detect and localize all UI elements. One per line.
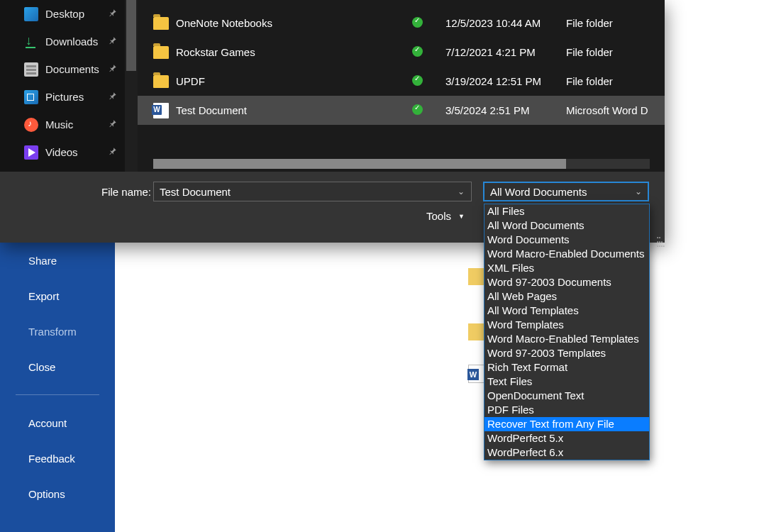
file-type: Microsoft Word D (566, 104, 648, 116)
nav-item-label: Desktop (45, 8, 84, 20)
backstage-item-export[interactable]: Export (0, 278, 115, 314)
folder-icon (153, 46, 169, 59)
dropdown-option[interactable]: Rich Text Format (484, 360, 649, 375)
nav-item-label: Music (45, 118, 73, 131)
dropdown-option[interactable]: Word Documents (484, 233, 649, 247)
file-type: File folder (566, 75, 613, 87)
file-list-hscroll-thumb[interactable] (153, 159, 566, 169)
dropdown-option[interactable]: WordPerfect 6.x (484, 445, 649, 460)
nav-item-label: Documents (45, 63, 99, 75)
sync-check-icon (412, 17, 423, 28)
sync-check-icon (412, 104, 423, 115)
dropdown-option[interactable]: Word Macro-Enabled Templates (484, 332, 649, 346)
nav-item-videos[interactable]: Videos (0, 138, 138, 166)
sync-check-icon (412, 75, 423, 86)
sync-check-icon (412, 46, 423, 57)
pin-icon[interactable] (108, 118, 118, 131)
file-row[interactable]: OneNote Notebooks12/5/2023 10:44 AMFile … (138, 9, 665, 38)
pin-icon[interactable] (108, 91, 118, 103)
file-date: 12/5/2023 10:44 AM (445, 17, 566, 29)
file-date: 3/5/2024 2:51 PM (445, 104, 566, 116)
backstage-item-share[interactable]: Share (0, 243, 115, 278)
dropdown-option[interactable]: Text Files (484, 375, 649, 389)
pin-icon[interactable] (108, 146, 118, 158)
backstage-item-transform[interactable]: Transform (0, 314, 115, 349)
file-status (389, 46, 445, 59)
desktop-icon (24, 7, 38, 21)
pin-icon[interactable] (108, 63, 118, 75)
dropdown-option[interactable]: Word Templates (484, 318, 649, 332)
nav-item-desktop[interactable]: Desktop (0, 0, 138, 28)
file-type: File folder (566, 46, 613, 58)
tools-label: Tools (426, 210, 451, 222)
filename-label: File name: (101, 186, 151, 198)
file-name: Rockstar Games (176, 46, 389, 58)
navigation-pane: DesktopDownloadsDocumentsPicturesMusicVi… (0, 0, 138, 172)
dropdown-option[interactable]: PDF Files (484, 403, 649, 417)
pin-icon[interactable] (108, 8, 118, 20)
music-icon (24, 118, 38, 132)
dropdown-option[interactable]: OpenDocument Text (484, 389, 649, 403)
tools-menu-button[interactable]: Tools ▼ (426, 210, 465, 222)
backstage-item-options[interactable]: Options (0, 476, 115, 511)
chevron-down-icon: ⌄ (635, 187, 642, 196)
file-type-combo[interactable]: All Word Documents ⌄ (483, 182, 649, 201)
folder-icon (153, 17, 169, 30)
nav-item-label: Videos (45, 146, 78, 158)
file-row[interactable]: Rockstar Games7/12/2021 4:21 PMFile fold… (138, 38, 665, 67)
nav-item-documents[interactable]: Documents (0, 55, 138, 83)
file-status (389, 104, 445, 117)
dropdown-option[interactable]: XML Files (484, 261, 649, 275)
file-date: 7/12/2021 4:21 PM (445, 46, 566, 58)
file-date: 3/19/2024 12:51 PM (445, 75, 566, 87)
dropdown-option[interactable]: Recover Text from Any File (484, 417, 649, 431)
file-list: OneNote Notebooks12/5/2023 10:44 AMFile … (138, 0, 665, 172)
dropdown-option[interactable]: All Word Documents (484, 218, 649, 233)
backstage-item-close[interactable]: Close (0, 349, 115, 384)
dropdown-option[interactable]: WordPerfect 5.x (484, 431, 649, 445)
file-name: Test Document (176, 104, 389, 116)
dropdown-option[interactable]: Word 97-2003 Documents (484, 275, 649, 289)
pin-icon[interactable] (108, 35, 118, 48)
triangle-down-icon: ▼ (458, 213, 465, 220)
backstage-item-feedback[interactable]: Feedback (0, 440, 115, 476)
nav-item-label: Pictures (45, 91, 84, 103)
dropdown-option[interactable]: All Files (484, 204, 649, 218)
pictures-icon (24, 90, 38, 104)
resize-grip-icon[interactable]: . .. . .. . . . (656, 233, 663, 245)
nav-item-downloads[interactable]: Downloads (0, 28, 138, 55)
word-document-icon (153, 103, 169, 118)
dropdown-option[interactable]: All Word Templates (484, 304, 649, 318)
file-name: UPDF (176, 75, 389, 87)
documents-icon (24, 62, 38, 77)
downloads-icon (24, 35, 38, 49)
file-status (389, 17, 445, 30)
backstage-divider (16, 394, 99, 395)
nav-item-pictures[interactable]: Pictures (0, 83, 138, 111)
nav-item-music[interactable]: Music (0, 111, 138, 138)
file-row[interactable]: Test Document3/5/2024 2:51 PMMicrosoft W… (138, 96, 665, 125)
dropdown-option[interactable]: All Web Pages (484, 289, 649, 304)
dropdown-option[interactable]: Word Macro-Enabled Documents (484, 247, 649, 261)
file-row[interactable]: UPDF3/19/2024 12:51 PMFile folder (138, 67, 665, 96)
filename-input[interactable] (153, 182, 472, 201)
file-type-selected: All Word Documents (490, 186, 587, 198)
file-type-dropdown: All FilesAll Word DocumentsWord Document… (484, 204, 650, 460)
videos-icon (24, 145, 38, 160)
nav-item-label: Downloads (45, 35, 98, 48)
file-type: File folder (566, 17, 613, 29)
file-name: OneNote Notebooks (176, 17, 389, 29)
backstage-lower: Share Export Transform Close Account Fee… (0, 243, 115, 511)
file-status (389, 75, 445, 88)
backstage-item-account[interactable]: Account (0, 405, 115, 440)
folder-icon (153, 75, 169, 88)
dropdown-option[interactable]: Word 97-2003 Templates (484, 346, 649, 360)
